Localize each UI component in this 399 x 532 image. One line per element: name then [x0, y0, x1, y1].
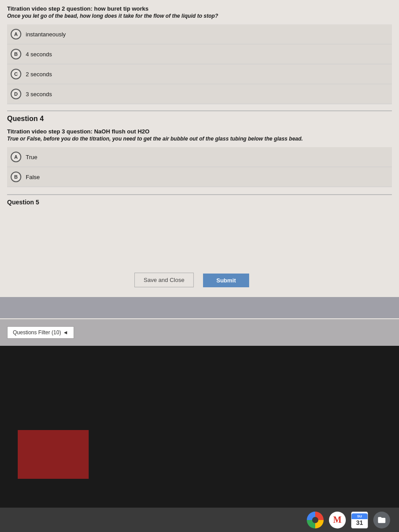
option-c-text: 2 seconds: [26, 71, 52, 78]
option-d[interactable]: D 3 seconds: [7, 84, 392, 104]
option-q4-a-circle: A: [11, 152, 21, 162]
option-a[interactable]: A instantaneously: [7, 24, 392, 44]
submit-button[interactable]: Submit: [203, 274, 249, 287]
question3-subtitle: Once you let go of the bead, how long do…: [7, 13, 392, 19]
calendar-number: 31: [356, 519, 363, 526]
option-d-circle: D: [11, 89, 21, 99]
option-a-circle: A: [11, 29, 21, 39]
calendar-icon[interactable]: SU 31: [351, 512, 368, 528]
option-b-circle: B: [11, 49, 21, 59]
option-c[interactable]: C 2 seconds: [7, 64, 392, 84]
gmail-icon[interactable]: M: [329, 512, 346, 528]
option-c-circle: C: [11, 69, 21, 79]
option-q4-b-circle: B: [11, 172, 21, 182]
question4-subtitle: True or False, before you do the titrati…: [7, 136, 392, 142]
taskbar: M SU 31: [0, 508, 399, 532]
option-q4-a[interactable]: A True: [7, 147, 392, 167]
chrome-icon[interactable]: [307, 512, 324, 528]
option-q4-b-text: False: [26, 174, 40, 180]
option-q4-a-text: True: [26, 154, 37, 160]
option-q4-b[interactable]: B False: [7, 167, 392, 187]
option-a-text: instantaneously: [26, 31, 66, 38]
question4-title: Titration video step 3 question: NaOH fl…: [7, 128, 392, 135]
calendar-top: SU: [352, 513, 368, 519]
questions-filter-button[interactable]: Questions Filter (10) ◄: [7, 326, 74, 339]
files-icon[interactable]: [373, 512, 390, 528]
option-b[interactable]: B 4 seconds: [7, 44, 392, 64]
option-b-text: 4 seconds: [26, 51, 52, 58]
question3-title: Titration video step 2 question: how bur…: [7, 5, 392, 12]
red-box: [18, 430, 89, 479]
question5-heading: Question 5: [7, 199, 392, 206]
question4-heading: Question 4: [7, 115, 392, 123]
questions-filter-label: Questions Filter (10): [13, 329, 61, 336]
option-d-text: 3 seconds: [26, 91, 52, 98]
filter-arrow-icon: ◄: [63, 329, 68, 336]
save-close-button[interactable]: Save and Close: [134, 273, 194, 287]
